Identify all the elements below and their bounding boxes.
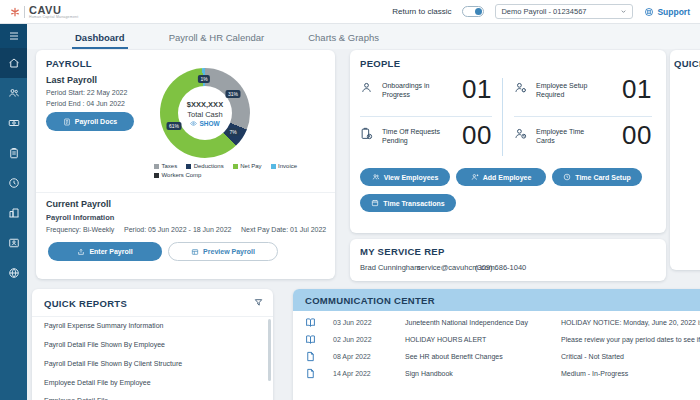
sidebar-item-company[interactable] xyxy=(0,198,27,228)
total-cash-amount: $XXX,XXX xyxy=(187,100,223,109)
report-link-payroll-detail-by-employee[interactable]: Payroll Detail File Shown By Employee xyxy=(44,341,165,348)
invoice-swatch xyxy=(271,164,276,169)
comm-row-sign-handbook[interactable]: 14 Apr 2022 Sign Handbook Medium - In-Pr… xyxy=(293,368,700,382)
payroll-card-divider xyxy=(36,192,335,193)
payroll-card-title: PAYROLL xyxy=(46,58,92,69)
current-payroll-heading: Current Payroll xyxy=(46,199,111,209)
donut-legend: Taxes Deductions Net Pay Invoice Workers… xyxy=(154,163,329,178)
sidebar-item-home[interactable] xyxy=(0,48,27,78)
id-badge-icon xyxy=(8,237,20,249)
people-card: PEOPLE Onboardings in Progress 01 Employ… xyxy=(350,50,666,233)
app-logo[interactable]: CAVU Human Capital Management xyxy=(10,5,78,19)
globe-icon xyxy=(8,267,20,279)
person-plus-icon xyxy=(471,173,479,181)
tab-bar: Dashboard Payroll & HR Calendar Charts &… xyxy=(27,24,700,49)
total-cash-label: Total Cash xyxy=(187,110,222,119)
show-amount-link[interactable]: SHOW xyxy=(190,120,219,127)
sidebar-item-employees[interactable] xyxy=(0,78,27,108)
sidebar-item-payroll[interactable] xyxy=(0,108,27,138)
quick-reports-scrollbar[interactable] xyxy=(268,319,271,381)
brand-tagline: Human Capital Management xyxy=(29,15,78,19)
report-link-payroll-expense-summary[interactable]: Payroll Expense Summary Information xyxy=(44,322,163,329)
top-header: CAVU Human Capital Management Return to … xyxy=(0,0,700,24)
sidebar-item-employee-badge[interactable] xyxy=(0,228,27,258)
clipboard-clock-icon xyxy=(360,127,373,140)
stat-employee-setup: Employee Setup Required 01 xyxy=(514,78,652,114)
tab-charts-graphs[interactable]: Charts & Graphs xyxy=(305,32,382,49)
filter-icon[interactable] xyxy=(254,298,263,307)
taxes-swatch xyxy=(154,164,159,169)
person-icon xyxy=(360,81,373,94)
preview-payroll-label: Preview Payroll xyxy=(203,248,255,255)
payroll-docs-button[interactable]: Payroll Docs xyxy=(46,112,134,131)
taxes-pct-label: 31% xyxy=(225,90,240,98)
legend-item-workers-comp: Workers Comp xyxy=(154,172,201,178)
quick-links-card: QUICK xyxy=(670,50,700,270)
support-link[interactable]: Support xyxy=(644,7,690,17)
next-pay-date-text: Next Pay Date: 01 Jul 2022 xyxy=(241,226,326,233)
document-icon xyxy=(305,351,316,362)
quick-reports-card: QUICK REPORTS Payroll Expense Summary In… xyxy=(32,289,273,400)
total-cash-donut: $XXX,XXX Total Cash SHOW 31% 7% 61% 1% xyxy=(160,68,250,158)
eye-icon xyxy=(190,120,197,127)
report-link-payroll-detail-by-client[interactable]: Payroll Detail File Shown By Client Stru… xyxy=(44,360,182,367)
chevron-down-icon xyxy=(620,8,627,15)
service-rep-phone: (309) 686-1040 xyxy=(475,263,526,272)
company-dropdown[interactable]: Demo Payroll - 01234567 xyxy=(495,4,633,19)
frequency-text: Frequency: Bi-Weekly xyxy=(46,226,114,233)
announcement-icon xyxy=(305,317,316,328)
sidebar-item-web[interactable] xyxy=(0,258,27,288)
add-employee-button[interactable]: Add Employee xyxy=(456,168,546,186)
add-employee-label: Add Employee xyxy=(483,174,532,181)
time-transactions-button[interactable]: Time Transactions xyxy=(360,194,456,212)
people-grid-vertical-divider xyxy=(502,78,503,156)
brand-name: CAVU xyxy=(29,5,78,15)
view-employees-button[interactable]: View Employees xyxy=(360,168,450,186)
time-card-setup-label: Time Card Setup xyxy=(575,174,631,181)
time-card-setup-button[interactable]: Time Card Setup xyxy=(552,168,642,186)
comm-row-juneteenth[interactable]: 03 Jun 2022 Juneteenth National Independ… xyxy=(293,317,700,331)
users-icon xyxy=(8,87,20,99)
banknote-icon xyxy=(8,117,20,129)
quick-reports-divider xyxy=(32,316,273,317)
company-dropdown-value: Demo Payroll - 01234567 xyxy=(501,7,586,16)
invoice-pct-label: 1% xyxy=(198,75,210,83)
period-start-text: Period Start: 22 May 2022 xyxy=(46,89,127,96)
export-icon xyxy=(77,248,85,256)
document-icon xyxy=(305,368,316,379)
preview-payroll-button[interactable]: Preview Payroll xyxy=(168,242,278,261)
sidebar-item-tasks[interactable] xyxy=(0,138,27,168)
netpay-swatch xyxy=(233,164,238,169)
comm-row-holiday-hours[interactable]: 02 Jun 2022 HOLIDAY HOURS ALERT Please r… xyxy=(293,334,700,348)
support-icon xyxy=(644,7,654,17)
sidebar-item-time[interactable] xyxy=(0,168,27,198)
last-payroll-heading: Last Payroll xyxy=(46,75,97,85)
legend-item-taxes: Taxes xyxy=(154,163,177,169)
legend-item-invoice: Invoice xyxy=(271,163,298,169)
tab-dashboard[interactable]: Dashboard xyxy=(72,32,128,49)
document-icon xyxy=(63,118,71,126)
people-grid-hdivider-right xyxy=(514,116,652,117)
enter-payroll-label: Enter Payroll xyxy=(89,248,132,255)
legend-item-deductions: Deductions xyxy=(186,163,224,169)
menu-icon[interactable] xyxy=(0,24,27,48)
logo-divider xyxy=(24,6,25,18)
support-label: Support xyxy=(657,7,690,17)
enter-payroll-button[interactable]: Enter Payroll xyxy=(48,242,162,261)
clipboard-icon xyxy=(8,147,20,159)
tab-payroll-hr-calendar[interactable]: Payroll & HR Calendar xyxy=(166,32,268,49)
employee-setup-count: 01 xyxy=(622,74,652,105)
comm-row-benefit-changes[interactable]: 08 Apr 2022 See HR about Benefit Changes… xyxy=(293,351,700,365)
time-transactions-label: Time Transactions xyxy=(383,200,444,207)
stat-onboardings: Onboardings in Progress 01 xyxy=(360,78,492,114)
current-period-text: Period: 05 Jun 2022 - 18 Jun 2022 xyxy=(124,226,231,233)
report-link-employee-detail-by-employee[interactable]: Employee Detail File by Employee xyxy=(44,379,151,386)
donut-center: $XXX,XXX Total Cash SHOW xyxy=(178,86,232,140)
return-to-classic-toggle[interactable] xyxy=(462,6,484,17)
cavu-dashboard: CAVU Human Capital Management Return to … xyxy=(0,0,700,400)
users-icon xyxy=(372,173,380,181)
quick-reports-title: QUICK REPORTS xyxy=(44,298,127,309)
onboardings-count: 01 xyxy=(462,74,492,105)
buildings-icon xyxy=(8,207,20,219)
clock-icon xyxy=(8,177,20,189)
